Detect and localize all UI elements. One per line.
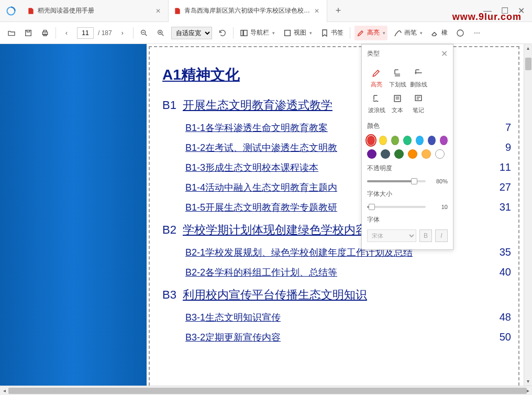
color-swatch[interactable] <box>440 136 448 145</box>
close-icon[interactable]: ✕ <box>156 7 163 15</box>
divider <box>133 27 134 39</box>
type-label: 下划线 <box>389 81 406 89</box>
title: 学校学期计划体现创建绿色学校内容 <box>183 222 367 238</box>
color-label: 颜色 <box>362 118 453 134</box>
fontsize-slider-row: 10 <box>362 202 453 212</box>
code: B2 <box>162 223 176 237</box>
color-swatch[interactable] <box>379 136 387 145</box>
pen-button[interactable]: 画笔▾ <box>392 26 425 40</box>
chevron-down-icon: ▾ <box>309 30 312 36</box>
maximize-icon[interactable]: ☐ <box>501 6 508 16</box>
close-window-icon[interactable]: ✕ <box>518 6 525 16</box>
heading-b1[interactable]: B1开展生态文明教育渗透式教学 <box>162 97 511 113</box>
close-icon[interactable]: ✕ <box>314 7 322 15</box>
fontsize-slider[interactable] <box>367 206 426 208</box>
type-label: 高亮 <box>371 81 382 89</box>
type-文本[interactable]: 文本 <box>387 91 408 116</box>
scroll-left-icon[interactable]: ◂ <box>0 386 8 395</box>
window-controls: — ☐ ✕ <box>483 6 532 16</box>
type-删除线[interactable]: 删除线 <box>408 65 429 91</box>
bookmark-button[interactable]: 书签 <box>318 26 346 40</box>
toc-link[interactable]: B1-1各学科渗透生命文明教育教案 <box>185 122 328 134</box>
color-swatch[interactable] <box>416 136 424 145</box>
scroll-thumb[interactable] <box>8 388 527 394</box>
nav-panel-button[interactable]: 导航栏▾ <box>238 26 277 40</box>
toc-row: B1-1各学科渗透生命文明教育教案7 <box>185 122 511 134</box>
open-button[interactable] <box>5 27 18 39</box>
toc-link[interactable]: B2-2各学科的科组工作计划、总结等 <box>185 266 337 279</box>
toc-link[interactable]: B1-3形成生态文明校本课程读本 <box>185 161 318 174</box>
scroll-track[interactable] <box>8 386 524 395</box>
doc-content: A1精神文化B1开展生态文明教育渗透式教学B1-1各学科渗透生命文明教育教案7B… <box>157 54 516 361</box>
color-swatch[interactable] <box>422 149 431 159</box>
tab-manual[interactable]: 稻壳阅读器使用手册 ✕ <box>22 0 169 22</box>
toc-link[interactable]: B1-5开展生态文明教育教学专题教研 <box>185 201 337 214</box>
page-num: 31 <box>496 201 511 213</box>
type-下划线[interactable]: 下划线 <box>387 65 408 91</box>
zoom-in-button[interactable] <box>154 27 167 39</box>
type-波浪线[interactable]: 波浪线 <box>366 91 387 116</box>
zoom-select[interactable]: 自适应宽 <box>171 27 212 39</box>
help-button[interactable] <box>454 27 467 39</box>
color-swatch[interactable] <box>408 149 417 159</box>
minimize-icon[interactable]: — <box>483 6 492 16</box>
color-none[interactable] <box>435 149 445 159</box>
svg-rect-12 <box>415 95 422 101</box>
title: 开展生态文明教育渗透式教学 <box>183 97 332 113</box>
bookmark-label: 书签 <box>331 28 343 37</box>
color-swatch[interactable] <box>367 136 375 145</box>
scroll-up-icon[interactable]: ▴ <box>524 44 532 52</box>
highlight-label: 高亮 <box>367 28 380 37</box>
view-button[interactable]: 视图▾ <box>281 26 314 40</box>
tab-qingdao[interactable]: 青岛西海岸新区第六初级中学东校区绿色校… ✕ <box>169 0 327 22</box>
more-button[interactable]: ⋯ <box>471 27 483 39</box>
color-swatch[interactable] <box>394 149 404 159</box>
type-icon <box>371 67 382 79</box>
heading-b2[interactable]: B2学校学期计划体现创建绿色学校内容 <box>162 222 511 238</box>
page-total: / 187 <box>98 29 112 37</box>
new-tab-button[interactable]: + <box>327 0 349 22</box>
italic-button[interactable]: I <box>435 229 448 242</box>
prev-page-button[interactable]: ‹ <box>60 27 73 39</box>
color-swatch[interactable] <box>428 136 436 145</box>
print-button[interactable] <box>39 27 51 39</box>
color-swatch[interactable] <box>381 149 390 159</box>
save-button[interactable] <box>22 27 35 39</box>
bold-button[interactable]: B <box>419 229 432 242</box>
horizontal-scrollbar[interactable]: ◂ ▸ <box>0 386 532 395</box>
color-swatch[interactable] <box>391 136 399 145</box>
type-笔记[interactable]: 笔记 <box>408 91 429 116</box>
zoom-out-button[interactable] <box>138 27 150 39</box>
toc-link[interactable]: B3-2定期更新宣传内容 <box>185 331 281 344</box>
page-num: 27 <box>496 181 511 193</box>
code: B3 <box>162 288 176 302</box>
opacity-slider[interactable] <box>367 180 426 182</box>
font-select[interactable]: 宋体 <box>367 229 416 242</box>
next-page-button[interactable]: › <box>116 27 129 39</box>
page-num: 35 <box>496 246 511 258</box>
color-swatch[interactable] <box>367 149 376 159</box>
highlight-button[interactable]: 高亮▾ <box>354 26 387 40</box>
eraser-button[interactable]: 橡 <box>429 26 450 40</box>
vertical-scrollbar[interactable]: ▴ ▾ <box>524 44 532 386</box>
toc-row: B2-1学校发展规划、绿色学校创建年度工作计划及总结35 <box>185 246 511 259</box>
heading-b3[interactable]: B3利用校内宣传平台传播生态文明知识 <box>162 287 511 303</box>
font-label: 字体 <box>362 212 453 227</box>
chevron-down-icon: ▾ <box>272 30 275 36</box>
toc-link[interactable]: B3-1生态文明知识宣传 <box>185 311 281 324</box>
type-icon <box>392 67 403 79</box>
heading-a1[interactable]: A1精神文化 <box>162 65 511 85</box>
type-高亮[interactable]: 高亮 <box>366 65 387 91</box>
page-num: 48 <box>496 311 511 323</box>
view-label: 视图 <box>294 28 306 37</box>
page-input[interactable] <box>77 27 94 39</box>
toc-link[interactable]: B1-2在考试、测试中渗透生态文明教 <box>185 141 337 154</box>
scroll-thumb[interactable] <box>525 58 531 70</box>
color-swatch[interactable] <box>403 136 411 145</box>
rotate-button[interactable] <box>216 27 229 39</box>
app-logo <box>0 0 22 22</box>
toc-row: B3-2定期更新宣传内容50 <box>185 331 511 344</box>
scroll-down-icon[interactable]: ▾ <box>524 377 532 386</box>
close-icon[interactable]: ✕ <box>441 49 448 59</box>
toc-link[interactable]: B1-4活动中融入生态文明教育主题内 <box>185 181 337 194</box>
